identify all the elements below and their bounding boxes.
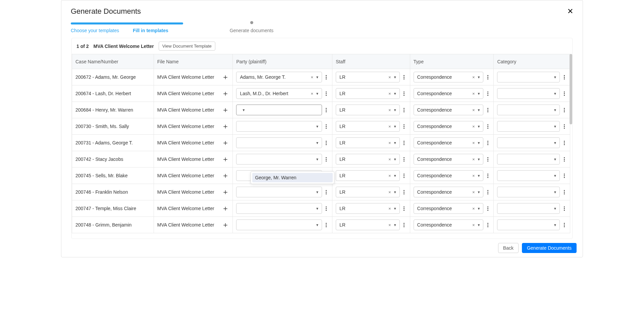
clear-icon[interactable]: × — [471, 223, 476, 228]
kebab-menu-icon[interactable] — [324, 189, 329, 195]
staff-combobox[interactable]: LR×▼ — [336, 88, 400, 99]
kebab-menu-icon[interactable] — [562, 124, 567, 129]
add-icon[interactable]: ＋ — [222, 123, 229, 130]
type-combobox[interactable]: Correspondence×▼ — [414, 154, 484, 165]
category-combobox[interactable]: ▼ — [497, 203, 560, 214]
chevron-down-icon[interactable]: ▼ — [476, 125, 482, 128]
add-icon[interactable]: ＋ — [222, 221, 229, 229]
clear-icon[interactable]: × — [387, 124, 392, 129]
chevron-down-icon[interactable]: ▼ — [314, 207, 320, 210]
staff-combobox[interactable]: LR×▼ — [336, 154, 400, 165]
kebab-menu-icon[interactable] — [562, 91, 567, 97]
kebab-menu-icon[interactable] — [485, 140, 490, 146]
kebab-menu-icon[interactable] — [324, 222, 329, 228]
kebab-menu-icon[interactable] — [324, 156, 329, 162]
chevron-down-icon[interactable]: ▼ — [552, 75, 558, 79]
chevron-down-icon[interactable]: ▼ — [392, 158, 398, 161]
kebab-menu-icon[interactable] — [485, 206, 490, 211]
chevron-down-icon[interactable]: ▼ — [552, 207, 558, 210]
staff-combobox[interactable]: LR×▼ — [336, 187, 400, 197]
clear-icon[interactable]: × — [387, 223, 392, 228]
vertical-scrollbar-thumb[interactable] — [570, 54, 572, 124]
chevron-down-icon[interactable]: ▼ — [392, 207, 398, 210]
category-combobox[interactable]: ▼ — [497, 154, 560, 165]
kebab-menu-icon[interactable] — [324, 107, 329, 113]
chevron-down-icon[interactable]: ▼ — [314, 75, 320, 79]
clear-icon[interactable]: × — [310, 91, 314, 96]
clear-icon[interactable]: × — [471, 140, 476, 145]
category-combobox[interactable]: ▼ — [497, 72, 560, 82]
kebab-menu-icon[interactable] — [562, 173, 567, 179]
kebab-menu-icon[interactable] — [402, 206, 407, 211]
kebab-menu-icon[interactable] — [402, 173, 407, 179]
clear-icon[interactable]: × — [387, 91, 392, 96]
view-document-template-button[interactable]: View Document Template — [159, 42, 215, 51]
category-combobox[interactable]: ▼ — [497, 170, 560, 181]
kebab-menu-icon[interactable] — [402, 189, 407, 195]
kebab-menu-icon[interactable] — [485, 189, 490, 195]
generate-documents-button[interactable]: Generate Documents — [522, 243, 577, 253]
staff-combobox[interactable]: LR×▼ — [336, 121, 400, 132]
kebab-menu-icon[interactable] — [324, 206, 329, 211]
kebab-menu-icon[interactable] — [485, 156, 490, 162]
chevron-down-icon[interactable]: ▼ — [552, 223, 558, 227]
add-icon[interactable]: ＋ — [222, 90, 229, 97]
chevron-down-icon[interactable]: ▼ — [314, 190, 320, 194]
chevron-down-icon[interactable]: ▼ — [552, 190, 558, 194]
category-combobox[interactable]: ▼ — [497, 88, 560, 99]
kebab-menu-icon[interactable] — [562, 222, 567, 228]
staff-combobox[interactable]: LR×▼ — [336, 72, 400, 82]
kebab-menu-icon[interactable] — [402, 107, 407, 113]
kebab-menu-icon[interactable] — [562, 189, 567, 195]
type-combobox[interactable]: Correspondence×▼ — [414, 203, 484, 214]
clear-icon[interactable]: × — [387, 206, 392, 211]
dropdown-option[interactable]: George, Mr. Warren — [252, 173, 333, 182]
chevron-down-icon[interactable]: ▼ — [552, 141, 558, 145]
add-icon[interactable]: ＋ — [222, 139, 229, 146]
chevron-down-icon[interactable]: ▼ — [552, 92, 558, 96]
category-combobox[interactable]: ▼ — [497, 105, 560, 115]
chevron-down-icon[interactable]: ▼ — [552, 108, 558, 112]
kebab-menu-icon[interactable] — [402, 91, 407, 97]
chevron-down-icon[interactable]: ▼ — [476, 108, 482, 112]
party-combobox[interactable]: ▼ — [236, 187, 322, 197]
add-icon[interactable]: ＋ — [222, 155, 229, 163]
type-combobox[interactable]: Correspondence×▼ — [414, 170, 484, 181]
type-combobox[interactable]: Correspondence×▼ — [414, 187, 484, 197]
clear-icon[interactable]: × — [471, 206, 476, 211]
chevron-down-icon[interactable]: ▼ — [314, 223, 320, 227]
chevron-down-icon[interactable]: ▼ — [314, 141, 320, 145]
clear-icon[interactable]: × — [387, 190, 392, 195]
chevron-down-icon[interactable]: ▼ — [476, 223, 482, 227]
kebab-menu-icon[interactable] — [562, 156, 567, 162]
chevron-down-icon[interactable]: ▼ — [476, 190, 482, 194]
party-combobox[interactable]: Adams, Mr. George T.×▼ — [236, 72, 322, 82]
chevron-down-icon[interactable]: ▼ — [476, 207, 482, 210]
chevron-down-icon[interactable]: ▼ — [392, 223, 398, 227]
kebab-menu-icon[interactable] — [324, 74, 329, 80]
chevron-down-icon[interactable]: ▼ — [392, 174, 398, 178]
chevron-down-icon[interactable]: ▼ — [476, 174, 482, 178]
chevron-down-icon[interactable]: ▼ — [552, 125, 558, 128]
chevron-down-icon[interactable]: ▼ — [476, 141, 482, 145]
clear-icon[interactable]: × — [471, 190, 476, 195]
chevron-down-icon[interactable]: ▼ — [392, 141, 398, 145]
add-icon[interactable]: ＋ — [222, 106, 229, 114]
kebab-menu-icon[interactable] — [324, 91, 329, 97]
kebab-menu-icon[interactable] — [562, 140, 567, 146]
type-combobox[interactable]: Correspondence×▼ — [414, 121, 484, 132]
chevron-down-icon[interactable]: ▼ — [476, 158, 482, 161]
type-combobox[interactable]: Correspondence×▼ — [414, 137, 484, 148]
clear-icon[interactable]: × — [471, 75, 476, 80]
party-combobox[interactable]: Lash, M.D., Dr. Herbert×▼ — [236, 88, 322, 99]
close-icon[interactable]: ✕ — [567, 8, 573, 15]
party-combobox[interactable]: ▼George, Mr. Warren — [236, 105, 322, 115]
kebab-menu-icon[interactable] — [402, 222, 407, 228]
type-combobox[interactable]: Correspondence×▼ — [414, 72, 484, 82]
chevron-down-icon[interactable]: ▼ — [552, 174, 558, 178]
staff-combobox[interactable]: LR×▼ — [336, 203, 400, 214]
clear-icon[interactable]: × — [471, 173, 476, 178]
kebab-menu-icon[interactable] — [402, 124, 407, 129]
category-combobox[interactable]: ▼ — [497, 121, 560, 132]
clear-icon[interactable]: × — [387, 75, 392, 80]
